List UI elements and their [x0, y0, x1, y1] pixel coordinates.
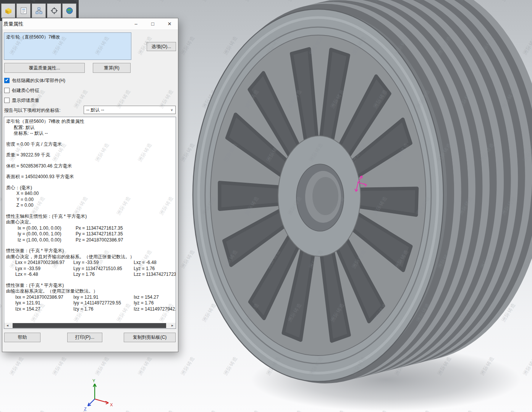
print-button[interactable]: 打印(P)...	[67, 333, 102, 342]
result-line: 表面积 = 145024000.93 平方毫米	[6, 174, 174, 180]
assembly-structure-icon	[35, 6, 43, 15]
value-cell: Py = 113474271617.35	[76, 231, 123, 237]
result-line: 由重心决定。	[6, 219, 174, 225]
part-icon	[4, 6, 13, 15]
horizontal-scrollbar[interactable]: ◄ ►	[4, 323, 176, 328]
section-button[interactable]	[47, 3, 61, 18]
result-line: 质量 = 39222.59 千克	[6, 152, 174, 158]
result-line: Z = 0.00	[6, 203, 174, 209]
result-line: 惯性主轴和主惯性矩：(千克 * 平方毫米)	[6, 214, 174, 220]
value-cell: Iyx = 121.91	[15, 300, 73, 306]
result-line: 密度 = 0.00 千克 / 立方毫米	[6, 142, 174, 148]
checkbox-icon[interactable]	[4, 78, 10, 83]
mass-properties-dialog: 质量属性 – □ ✕ 牵引轮（直径5600）7槽改 选项(O)... 覆盖质量属…	[2, 18, 178, 352]
result-line: Y = 0.00	[6, 197, 174, 203]
maximize-button[interactable]: □	[144, 18, 161, 29]
value-cell: Px = 113474271617.35	[76, 225, 123, 232]
value-cell: Lxx = 204187002386.97	[15, 260, 73, 266]
value-cell: Lzx = -6.48	[15, 272, 73, 278]
dialog-title: 质量属性	[2, 21, 23, 27]
override-mass-properties-button[interactable]: 覆盖质量属性...	[4, 63, 85, 73]
result-line: 质心：(毫米)	[6, 185, 174, 191]
value-cell: Lyy = 113474271510.85	[73, 266, 134, 272]
checkbox-show-weld-mass[interactable]: 显示焊缝质量	[4, 97, 39, 104]
result-line: 由输出座标系决定。（使用正张量记数法。）	[6, 288, 174, 295]
value-cell: Lxz = -6.48	[134, 260, 157, 266]
wheel-front-face	[193, 9, 443, 381]
value-cell: Lyz = 1.76	[134, 266, 155, 272]
value-cell: Ixx = 204187002386.97	[15, 295, 73, 301]
scrollbar-thumb[interactable]	[13, 323, 166, 328]
spacer	[6, 169, 174, 174]
assembly-structure-button[interactable]	[32, 3, 46, 18]
value-cell: Lzy = 1.76	[73, 272, 134, 278]
help-button[interactable]: 帮助	[4, 333, 40, 342]
value-cell: Iyy = 141149727729.55	[73, 300, 134, 306]
result-line: Iz = (1.00, 0.00, 0.00) Pz = 20418700238…	[6, 237, 174, 243]
minimize-button[interactable]: –	[128, 18, 144, 29]
mass-properties-button[interactable]	[16, 3, 31, 18]
checkbox-icon[interactable]	[4, 88, 10, 93]
value-cell: Izy = 1.76	[73, 306, 134, 312]
recalculate-button[interactable]: 重算(R)	[93, 63, 131, 73]
result-line: Iyx = 121.91 Iyy = 141149727729.55 Iyz =…	[6, 300, 174, 306]
render-globe-icon	[65, 6, 74, 15]
result-line: Lxx = 204187002386.97 Lxy = -33.59 Lxz =…	[6, 260, 174, 266]
triad-x-label: X	[110, 402, 113, 407]
spoke-window	[220, 183, 280, 209]
part-button[interactable]	[1, 3, 15, 18]
spacer	[6, 137, 174, 142]
section-icon	[50, 6, 58, 15]
render-globe-button[interactable]	[62, 3, 76, 18]
dropdown-value: -- 默认 --	[86, 107, 104, 113]
part-name-input[interactable]: 牵引轮（直径5600）7槽改	[4, 32, 131, 60]
scroll-left-icon[interactable]: ◄	[5, 324, 10, 327]
checkbox-label: 显示焊缝质量	[12, 97, 39, 104]
spacer	[6, 158, 174, 163]
copy-to-clipboard-button[interactable]: 复制到剪贴板(C)	[124, 333, 176, 342]
dialog-titlebar[interactable]: 质量属性 – □ ✕	[2, 18, 178, 30]
triad-z-label: Z	[84, 407, 87, 411]
result-line: 惯性张量：(千克 * 平方毫米)	[6, 283, 174, 289]
result-line: 坐标系: -- 默认 --	[6, 130, 174, 137]
checkbox-label: 包括隐藏的实体/零部件(H)	[12, 77, 65, 84]
chevron-down-icon: ∨	[170, 108, 173, 112]
result-line: Iy = (0.00, 0.00, 1.00) Py = 11347427161…	[6, 231, 174, 237]
result-line: Izx = 154.27 Izy = 1.76 Izz = 1411497279…	[6, 306, 174, 312]
result-line: 体积 = 5028536730.46 立方毫米	[6, 163, 174, 169]
value-cell: Lzz = 113474271723.8	[134, 272, 176, 278]
value-cell: Iz = (1.00, 0.00, 0.00)	[18, 237, 76, 243]
checkbox-create-com-feature[interactable]: 创建质心特征	[4, 87, 39, 94]
value-cell: Pz = 204187002386.97	[76, 237, 123, 243]
spacer	[6, 243, 174, 248]
close-button[interactable]: ✕	[161, 18, 178, 29]
results-panel[interactable]: 牵引轮（直径5600）7槽改 的质量属性 配置: 默认 坐标系: -- 默认 -…	[4, 117, 176, 329]
result-line: 惯性张量：(千克 * 平方毫米)	[6, 248, 174, 254]
result-line: Lzx = -6.48 Lzy = 1.76 Lzz = 11347427172…	[6, 272, 174, 278]
result-line: X = 840.00	[6, 191, 174, 197]
window-controls: – □ ✕	[128, 18, 178, 29]
mass-properties-icon	[19, 6, 28, 15]
checkbox-include-hidden[interactable]: 包括隐藏的实体/零部件(H)	[4, 77, 65, 84]
report-coords-label: 报告与以下项相对的坐标值:	[4, 107, 60, 114]
value-cell: Izx = 154.27	[15, 306, 73, 312]
value-cell: Iy = (0.00, 0.00, 1.00)	[18, 231, 76, 237]
coordinate-system-dropdown[interactable]: -- 默认 -- ∨	[84, 106, 176, 114]
value-cell: Ixz = 154.27	[134, 295, 159, 301]
value-cell: Ixy = 121.91	[73, 295, 134, 301]
triad-y-label: Y	[92, 378, 95, 383]
spacer	[6, 180, 174, 185]
checkbox-label: 创建质心特征	[12, 87, 39, 94]
scroll-right-icon[interactable]: ►	[170, 324, 175, 327]
value-cell: Lyx = -33.59	[15, 266, 73, 272]
checkbox-icon[interactable]	[4, 98, 10, 103]
value-cell: Ix = (0.00, 1.00, 0.00)	[18, 225, 76, 232]
hub-bore-hole	[312, 177, 338, 215]
spacer	[6, 147, 174, 152]
result-line: 牵引轮（直径5600）7槽改 的质量属性	[6, 119, 174, 125]
result-line: Ix = (0.00, 1.00, 0.00) Px = 11347427161…	[6, 225, 174, 232]
value-cell: Izz = 141149727942.5	[134, 306, 176, 312]
options-button[interactable]: 选项(O)...	[147, 42, 176, 51]
value-cell: Iyz = 1.76	[134, 300, 154, 306]
result-line: Ixx = 204187002386.97 Ixy = 121.91 Ixz =…	[6, 295, 174, 301]
